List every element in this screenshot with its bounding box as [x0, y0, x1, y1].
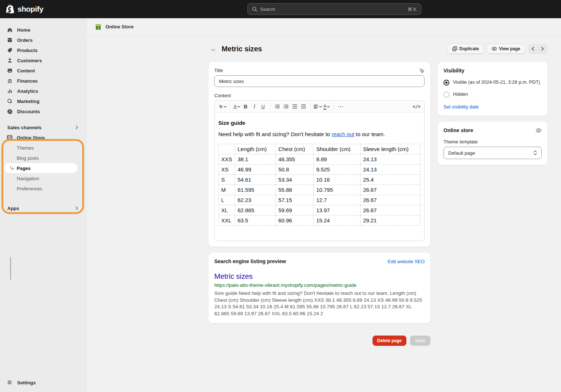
title-field-label: Title: [214, 68, 223, 73]
sidebar-item-discounts[interactable]: Discounts: [0, 106, 87, 116]
sidebar-item-finances[interactable]: Finances: [0, 76, 87, 86]
sidebar-item-label: Home: [17, 27, 30, 33]
sidebar-section-sales-channels[interactable]: Sales channels: [0, 122, 87, 132]
sidebar-item-label: Blog posts: [17, 155, 39, 161]
more-options-icon[interactable]: ···: [337, 102, 345, 111]
tree-connector-line: [10, 257, 11, 280]
sidebar-item-home[interactable]: Home: [0, 25, 87, 35]
seo-preview-description: Size guide Need help with fit and sizing…: [214, 290, 425, 317]
save-button[interactable]: Save: [410, 336, 430, 346]
sidebar-item-themes[interactable]: Themes: [0, 143, 87, 153]
content-field-label: Content: [214, 93, 425, 98]
apps-label: Apps: [7, 206, 19, 211]
reach-out-link[interactable]: reach out: [331, 131, 354, 137]
view-page-label: View page: [499, 46, 520, 51]
sidebar-section-apps[interactable]: Apps: [0, 203, 87, 213]
sidebar-item-online-store[interactable]: Online Store: [0, 132, 87, 143]
back-button[interactable]: ←: [208, 44, 219, 54]
bold-button[interactable]: B: [242, 102, 250, 111]
indent-icon[interactable]: [299, 102, 307, 111]
text-color-button[interactable]: A: [323, 102, 331, 111]
sidebar-item-label: Finances: [17, 78, 37, 84]
sidebar-item-label: Products: [17, 48, 37, 53]
page-details-card: Title Content: [208, 62, 430, 247]
visible-radio-label: Visible (as of 2024-05-21, 3:28 p.m. PDT…: [453, 79, 540, 85]
sidebar-item-label: Preferences: [17, 186, 42, 191]
chevron-right-icon: [75, 206, 79, 210]
bullet-list-icon[interactable]: [273, 102, 281, 111]
pagination-control: [528, 44, 548, 54]
table-row: XS46.9950.89.52524.13: [219, 165, 421, 175]
underline-button[interactable]: U: [259, 102, 267, 111]
table-row: XL62.86559.6913.9726.67: [219, 205, 421, 215]
sidebar-item-analytics[interactable]: Analytics: [0, 86, 87, 96]
global-search-input[interactable]: Search ⌘ K: [247, 3, 421, 15]
sidebar-item-label: Content: [17, 68, 35, 74]
seo-card-heading: Search engine listing preview: [214, 258, 286, 264]
numbered-list-icon[interactable]: [282, 102, 290, 111]
set-visibility-date-link[interactable]: Set visibility date: [443, 104, 479, 110]
top-bar: shopify Search ⌘ K: [0, 0, 561, 18]
title-input[interactable]: [214, 75, 425, 87]
theme-template-select[interactable]: Default page: [443, 147, 542, 159]
sidebar-item-customers[interactable]: Customers: [0, 55, 87, 66]
editor-heading: Size guide: [218, 120, 421, 126]
seo-preview-title: Metric sizes: [214, 272, 425, 281]
search-icon: [252, 7, 257, 12]
sidebar-item-label: Online Store: [17, 135, 45, 140]
italic-button[interactable]: I: [250, 102, 258, 111]
sidebar-item-label: Themes: [17, 145, 34, 151]
context-bar: Online Store: [87, 18, 561, 36]
text-style-button[interactable]: A: [233, 102, 241, 111]
table-row: S54.6153.3410.1625.4: [219, 175, 421, 185]
previous-page-button[interactable]: [528, 44, 538, 54]
sidebar-item-preferences[interactable]: Preferences: [0, 183, 87, 194]
sidebar-item-products[interactable]: Products: [0, 45, 87, 55]
page-title: Metric sizes: [222, 45, 262, 53]
next-page-button[interactable]: [538, 44, 548, 54]
sidebar-item-content[interactable]: Content: [0, 66, 87, 76]
ai-sparkle-button[interactable]: [218, 102, 227, 111]
code-view-icon[interactable]: </>: [413, 102, 421, 111]
view-page-button[interactable]: View page: [487, 44, 525, 54]
online-store-card: Online store Theme template Default page: [438, 122, 548, 165]
chevron-right-icon: [75, 125, 79, 130]
shopify-logo[interactable]: shopify: [0, 4, 43, 14]
sidebar-item-blog-posts[interactable]: Blog posts: [0, 153, 87, 163]
media-icon: [7, 68, 13, 74]
online-store-heading: Online store: [443, 127, 473, 133]
radio-selected-icon: [443, 80, 449, 86]
editor-paragraph: Need help with fit and sizing? Don't hes…: [218, 131, 421, 137]
visible-radio-option[interactable]: Visible (as of 2024-05-21, 3:28 p.m. PDT…: [443, 79, 542, 86]
seo-preview-card: Search engine listing preview Edit websi…: [208, 253, 430, 323]
sidebar-item-label: Analytics: [17, 88, 38, 94]
outdent-icon[interactable]: [291, 102, 299, 111]
sidebar-item-navigation[interactable]: Navigation: [0, 173, 87, 183]
sidebar-item-label: Marketing: [17, 99, 39, 104]
sidebar-item-label: Orders: [17, 37, 33, 43]
sidebar-item-label: Customers: [17, 58, 42, 63]
orders-icon: [7, 37, 13, 43]
sidebar-item-pages[interactable]: Pages: [4, 163, 78, 173]
elbow-arrow-icon: [9, 165, 15, 171]
table-row: L62.2357.1512.726.67: [219, 195, 421, 205]
magic-sparkle-icon[interactable]: [419, 68, 425, 74]
sidebar: Home Orders Products Customers Content: [0, 18, 87, 392]
shopify-bag-icon: [6, 4, 15, 14]
sidebar-item-settings[interactable]: ⚙ Settings: [0, 377, 87, 388]
gear-icon: ⚙: [7, 380, 13, 386]
updown-caret-icon: [533, 150, 537, 155]
theme-template-value: Default page: [448, 150, 475, 156]
duplicate-button[interactable]: Duplicate: [447, 44, 484, 54]
align-button[interactable]: [314, 102, 322, 111]
context-bar-title: Online Store: [106, 24, 134, 29]
search-placeholder: Search: [260, 7, 405, 12]
person-icon: [7, 58, 13, 64]
hidden-radio-option[interactable]: Hidden: [443, 91, 542, 98]
edit-website-seo-link[interactable]: Edit website SEO: [388, 259, 425, 264]
editor-content[interactable]: Size guide Need help with fit and sizing…: [215, 112, 424, 241]
sidebar-item-marketing[interactable]: Marketing: [0, 96, 87, 106]
sidebar-item-orders[interactable]: Orders: [0, 35, 87, 45]
delete-page-button[interactable]: Delete page: [373, 336, 406, 346]
table-row: XXS38.146.3558.8924.13: [219, 154, 421, 165]
